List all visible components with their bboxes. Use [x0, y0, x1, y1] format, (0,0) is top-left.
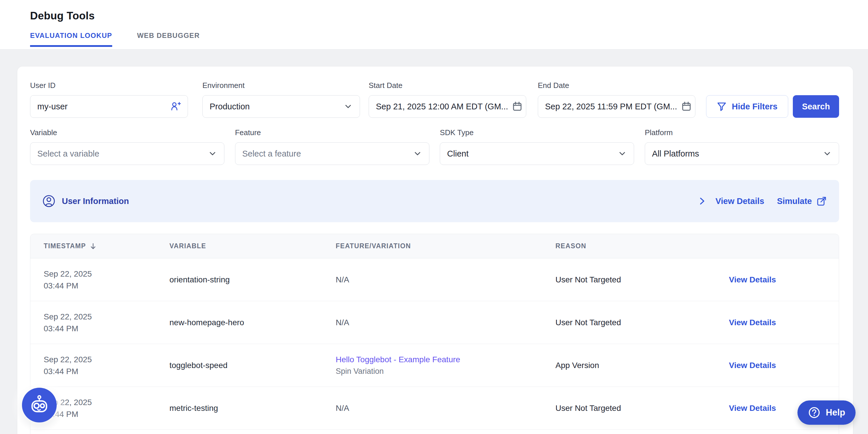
robot-icon — [28, 394, 50, 416]
start-date-field-group: Start Date Sep 21, 2025 12:00 AM EDT (GM… — [369, 81, 526, 118]
timestamp-cell: Sep 22, 2025 03:44 PM — [30, 311, 156, 335]
environment-select[interactable]: Production — [203, 95, 360, 118]
sdk-type-select[interactable]: Client — [440, 142, 634, 165]
variable-cell: metric-testing — [156, 404, 322, 413]
user-id-input[interactable]: my-user — [30, 95, 188, 118]
column-header-reason: REASON — [542, 242, 716, 250]
variable-placeholder: Select a variable — [37, 149, 99, 158]
user-id-value: my-user — [37, 102, 68, 111]
timestamp-time: 03:44 PM — [44, 366, 156, 377]
actions-cell: View Details — [716, 318, 839, 327]
timestamp-time: 03:44 PM — [44, 280, 156, 292]
filter-row-2: Variable Select a variable Feature Selec… — [30, 128, 839, 165]
actions-cell: View Details — [716, 361, 839, 370]
chevron-right-icon[interactable] — [698, 197, 707, 206]
row-view-details-link[interactable]: View Details — [729, 404, 776, 413]
togglebot-assistant-button[interactable] — [22, 388, 57, 423]
feature-placeholder: Select a feature — [242, 149, 301, 158]
timestamp-header-label: TIMESTAMP — [44, 242, 86, 250]
user-id-field-group: User ID my-user — [30, 81, 188, 118]
row-view-details-link[interactable]: View Details — [729, 275, 776, 284]
user-information-title: User Information — [62, 197, 129, 206]
timestamp-date: Sep 22, 2025 — [44, 353, 156, 366]
end-date-input[interactable]: Sep 22, 2025 11:59 PM EDT (GM... — [538, 95, 695, 118]
simulate-label: Simulate — [777, 197, 812, 206]
feature-cell: Hello Togglebot - Example Feature Spin V… — [322, 353, 542, 377]
feature-cell: N/A — [322, 275, 542, 284]
user-information-actions: View Details Simulate — [698, 196, 827, 206]
variable-field-group: Variable Select a variable — [30, 128, 224, 165]
timestamp-date: Sep 22, 2025 — [44, 268, 156, 280]
banner-view-details-link[interactable]: View Details — [715, 197, 764, 206]
hide-filters-button[interactable]: Hide Filters — [706, 95, 788, 118]
platform-label: Platform — [645, 128, 839, 137]
variable-label: Variable — [30, 128, 224, 137]
debug-tools-card: User ID my-user Environment Production S… — [17, 66, 853, 434]
actions-cell: View Details — [716, 275, 839, 284]
page-title: Debug Tools — [30, 10, 868, 22]
environment-field-group: Environment Production — [203, 81, 360, 118]
sdk-type-label: SDK Type — [440, 128, 634, 137]
evaluations-table: TIMESTAMP VARIABLE FEATURE/VARIATION REA… — [30, 234, 839, 434]
column-header-feature-variation: FEATURE/VARIATION — [322, 242, 542, 250]
arrow-down-icon — [89, 242, 97, 250]
user-information-header[interactable]: User Information — [42, 195, 129, 208]
help-label: Help — [826, 407, 845, 418]
chevron-down-icon — [339, 102, 353, 111]
feature-field-group: Feature Select a feature — [235, 128, 429, 165]
user-information-banner: User Information View Details Simulate — [30, 180, 839, 222]
search-button[interactable]: Search — [793, 95, 839, 118]
feature-select[interactable]: Select a feature — [235, 142, 429, 165]
sdk-type-field-group: SDK Type Client — [440, 128, 634, 165]
start-date-value: Sep 21, 2025 12:00 AM EDT (GM... — [376, 102, 508, 111]
environment-value: Production — [210, 102, 250, 111]
variable-select[interactable]: Select a variable — [30, 142, 224, 165]
timestamp-cell: Sep 22, 2025 03:44 PM — [30, 353, 156, 377]
topbar: Debug Tools EVALUATION LOOKUP WEB DEBUGG… — [0, 0, 868, 50]
table-row-partial — [30, 430, 839, 434]
variation-label: Spin Variation — [336, 366, 542, 377]
feature-name-link[interactable]: Hello Togglebot - Example Feature — [336, 353, 542, 366]
tab-bar: EVALUATION LOOKUP WEB DEBUGGER — [30, 32, 868, 47]
user-circle-icon — [42, 195, 56, 208]
funnel-icon — [717, 102, 726, 111]
environment-label: Environment — [203, 81, 360, 90]
end-date-field-group: End Date Sep 22, 2025 11:59 PM EDT (GM..… — [538, 81, 695, 118]
search-label: Search — [802, 102, 830, 111]
table-header-row: TIMESTAMP VARIABLE FEATURE/VARIATION REA… — [30, 234, 839, 258]
reason-cell: User Not Targeted — [542, 318, 716, 327]
tab-evaluation-lookup[interactable]: EVALUATION LOOKUP — [30, 32, 112, 47]
chevron-down-icon — [409, 149, 422, 158]
platform-value: All Platforms — [652, 149, 699, 158]
platform-select[interactable]: All Platforms — [645, 142, 839, 165]
help-button[interactable]: Help — [798, 400, 856, 425]
feature-label: Feature — [235, 128, 429, 137]
simulate-link[interactable]: Simulate — [777, 196, 827, 206]
variable-cell: orientation-string — [156, 275, 322, 284]
hide-filters-label: Hide Filters — [732, 102, 777, 111]
start-date-label: Start Date — [369, 81, 526, 90]
calendar-icon — [677, 101, 692, 112]
user-add-icon[interactable] — [166, 101, 181, 112]
chevron-down-icon — [818, 149, 832, 158]
timestamp-time: 03:44 PM — [44, 323, 156, 335]
table-row: Sep 22, 2025 03:44 PM metric-testing N/A… — [30, 387, 839, 430]
table-row: Sep 22, 2025 03:44 PM togglebot-speed He… — [30, 344, 839, 387]
sdk-type-value: Client — [447, 149, 468, 158]
variable-cell: new-homepage-hero — [156, 318, 322, 327]
feature-cell: N/A — [322, 404, 542, 413]
platform-field-group: Platform All Platforms — [645, 128, 839, 165]
chevron-down-icon — [614, 149, 627, 158]
column-header-variable: VARIABLE — [156, 242, 322, 250]
table-row: Sep 22, 2025 03:44 PM new-homepage-hero … — [30, 301, 839, 344]
user-id-label: User ID — [30, 81, 188, 90]
tab-web-debugger[interactable]: WEB DEBUGGER — [137, 32, 200, 47]
row-view-details-link[interactable]: View Details — [729, 361, 776, 370]
variable-cell: togglebot-speed — [156, 361, 322, 370]
column-header-timestamp[interactable]: TIMESTAMP — [30, 242, 156, 250]
filter-row-1: User ID my-user Environment Production S… — [30, 81, 839, 118]
timestamp-time: 03:44 PM — [44, 408, 156, 420]
row-view-details-link[interactable]: View Details — [729, 318, 776, 327]
start-date-input[interactable]: Sep 21, 2025 12:00 AM EDT (GM... — [369, 95, 526, 118]
question-circle-icon — [808, 406, 820, 419]
